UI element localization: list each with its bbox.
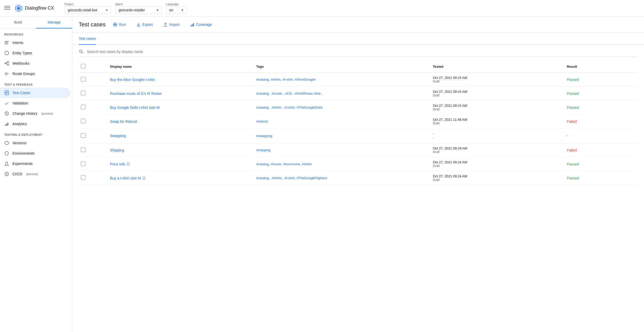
sidebar-item-intents[interactable]: Intents xyxy=(0,37,70,48)
row-checkbox[interactable] xyxy=(81,133,85,138)
sidebar-validation-label: Validation xyxy=(12,101,28,105)
export-label: Export xyxy=(142,22,153,27)
sidebar-item-route-groups[interactable]: Route Groups xyxy=(0,69,70,79)
content-area: Test cases Di xyxy=(72,33,644,332)
svg-rect-1 xyxy=(4,7,10,8)
sidebar-item-versions[interactable]: Versions xyxy=(0,138,70,148)
sidebar-item-cicd[interactable]: CI/CD [preview] xyxy=(0,169,70,179)
row-display-name[interactable]: Swapping xyxy=(108,129,254,143)
test-cases-table-container: Display name Tags Tested Result Buy the … xyxy=(72,61,644,185)
sidebar-item-test-cases[interactable]: Test Cases xyxy=(0,88,70,98)
sidebar-item-experiments[interactable]: Experiments xyxy=(0,159,70,169)
sidebar-item-environments[interactable]: Environments xyxy=(0,148,70,159)
row-display-name[interactable]: Price Info☷ xyxy=(108,157,254,171)
row-checkbox[interactable] xyxy=(81,77,85,81)
sidebar-item-change-history[interactable]: Change History [preview] xyxy=(0,108,70,119)
select-all-checkbox[interactable] xyxy=(81,64,85,69)
sidebar-versions-label: Versions xyxy=(12,141,26,145)
row-tested-date: Oct 27, 2021 09:16 AM xyxy=(433,174,563,178)
row-tags: #refund xyxy=(254,115,431,129)
row-checkbox[interactable] xyxy=(81,119,85,123)
analytics-icon xyxy=(4,121,9,126)
row-result-text: Failed xyxy=(567,148,577,152)
row-name-text: Price Info xyxy=(110,162,125,166)
row-tested-date: - xyxy=(433,132,563,136)
row-result-text: - xyxy=(567,134,568,138)
row-result: Passed xyxy=(565,101,638,115)
agent-select[interactable]: grecords-retailer ▾ xyxy=(115,6,162,14)
row-checkbox[interactable] xyxy=(81,175,85,180)
testing-deployment-section-label: TESTING & DEPLOYMENT xyxy=(0,129,72,138)
row-tags: #shipping xyxy=(254,143,431,157)
row-display-name[interactable]: Buy Google Dolls t-shirt size M xyxy=(108,101,254,115)
row-display-name[interactable]: Shipping xyxy=(108,143,254,157)
row-checkbox[interactable] xyxy=(81,161,85,166)
entity-types-icon xyxy=(4,50,9,56)
export-button[interactable]: Export xyxy=(133,21,156,28)
row-display-name[interactable]: Buy a t-shirt size M☷ xyxy=(108,171,254,185)
row-result: Passed xyxy=(565,157,638,171)
row-checkbox-cell xyxy=(79,101,108,115)
header-checkbox xyxy=(79,61,108,73)
svg-point-12 xyxy=(8,62,9,63)
page-header: Test cases Run Export xyxy=(72,17,644,33)
menu-icon[interactable] xyxy=(4,5,10,12)
intents-icon xyxy=(4,40,9,45)
sidebar-item-webhooks[interactable]: Webhooks xyxy=(0,58,70,69)
row-display-name[interactable]: Purchase music of G's N' Roses xyxy=(108,87,254,101)
agent-chevron-icon: ▾ xyxy=(157,8,158,12)
header-result: Result xyxy=(565,61,638,73)
language-select[interactable]: en ▾ xyxy=(166,6,187,14)
svg-rect-9 xyxy=(5,44,8,44)
resources-section-label: RESOURCES xyxy=(0,29,72,37)
validation-icon xyxy=(4,101,9,106)
svg-rect-8 xyxy=(5,42,8,43)
row-display-name[interactable]: Swap for Refund xyxy=(108,115,254,129)
row-checkbox[interactable] xyxy=(81,105,85,109)
tab-manage[interactable]: Manage xyxy=(36,17,72,28)
note-icon: ☷ xyxy=(127,162,130,166)
header-tested: Tested xyxy=(431,61,565,73)
table-row: Swapping#swapping--- xyxy=(79,129,638,143)
row-checkbox[interactable] xyxy=(81,147,85,152)
table-row: Buy the Alice Googler t-shirt#catalog, #… xyxy=(79,73,638,87)
row-tested-date: Oct 27, 2021 09:15 AM xyxy=(433,104,563,108)
import-button[interactable]: Import xyxy=(160,21,183,28)
row-result-text: Passed xyxy=(567,176,579,180)
tab-build[interactable]: Build xyxy=(0,17,36,28)
sidebar-route-groups-label: Route Groups xyxy=(12,72,35,76)
search-input[interactable] xyxy=(87,50,638,54)
run-button[interactable]: Run xyxy=(110,21,129,28)
row-tested-state: Draft xyxy=(433,122,563,125)
project-select[interactable]: grecords-retail-bot ▾ xyxy=(64,6,111,14)
row-result: Passed xyxy=(565,87,638,101)
row-tags: #swapping xyxy=(254,129,431,143)
sidebar-item-analytics[interactable]: Analytics xyxy=(0,119,70,129)
row-tags: #catalog , #shirts , #t-shirt, #TheGoogl… xyxy=(254,101,431,115)
table-row: Price Info☷#catalog, #music, #tourmovie,… xyxy=(79,157,638,171)
row-display-name[interactable]: Buy the Alice Googler t-shirt xyxy=(108,73,254,87)
row-tested: Oct 27, 2021 09:16 AMDraft xyxy=(431,157,565,171)
coverage-button[interactable]: Coverage xyxy=(187,21,215,28)
table-row: Swap for Refund#refundOct 27, 2021 11:48… xyxy=(79,115,638,129)
cicd-icon xyxy=(4,171,9,177)
sidebar-entity-types-label: Entity Types xyxy=(12,51,32,55)
test-feedback-section-label: TEST & FEEDBACK xyxy=(0,79,72,88)
table-row: Purchase music of G's N' Roses#catalog ,… xyxy=(79,87,638,101)
sidebar-item-validation[interactable]: Validation xyxy=(0,98,70,108)
search-icon xyxy=(79,49,84,54)
sidebar-item-entity-types[interactable]: Entity Types xyxy=(0,48,70,58)
svg-rect-0 xyxy=(4,6,10,6)
sidebar-experiments-label: Experiments xyxy=(12,162,33,166)
svg-marker-25 xyxy=(5,141,9,145)
row-result-text: Passed xyxy=(567,78,579,82)
row-checkbox[interactable] xyxy=(81,91,85,95)
sidebar-change-history-label: Change History xyxy=(12,111,38,116)
project-dropdown-group: Project grecords-retail-bot ▾ xyxy=(64,3,111,14)
row-checkbox-cell xyxy=(79,157,108,171)
main-layout: Build Manage RESOURCES Intents Entity Ty… xyxy=(0,17,644,332)
agent-dropdown-group: Agent grecords-retailer ▾ xyxy=(115,3,162,14)
content-tab-test-cases[interactable]: Test cases xyxy=(79,33,96,45)
row-result: Failed xyxy=(565,115,638,129)
svg-rect-24 xyxy=(8,123,8,126)
